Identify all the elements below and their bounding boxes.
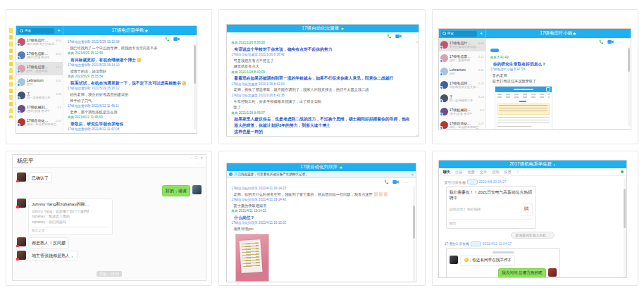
contact-item[interactable]: 17级电信叶… 8:49 前天打电话过来说预… bbox=[439, 38, 485, 51]
cell-3: 搜索 + 17级电信叶小丽 ★ bbox=[432, 9, 638, 144]
favorite-star-icon[interactable]: ★ bbox=[144, 28, 149, 34]
more-menu-icon[interactable]: ··· bbox=[617, 40, 624, 44]
contact-item[interactable]: 17级电信叶… 8:54 是的老师 前天打电话… bbox=[16, 35, 63, 49]
contact-item[interactable]: 王 3-23 第一志愿被退出来 bbox=[16, 89, 63, 102]
cell-6: 2017级机电系学生群 ♪ 聊天公告相册文件活动设置 ˅ 富可行|宋金梅 202… bbox=[432, 151, 638, 286]
avatar[interactable] bbox=[17, 237, 26, 246]
chat-message: 联系试试，有机会沟通更新一下，说不定下次可以进高校教书 bbox=[68, 80, 190, 86]
contact-item[interactable]: 17级电信靳… 8:52 [图片]表情 通话中 bbox=[16, 49, 63, 62]
message-tag bbox=[490, 49, 499, 52]
maximize-button[interactable]: □ bbox=[195, 156, 198, 160]
contact-preview: 前天打电话过来说预… bbox=[450, 45, 484, 49]
enable-link[interactable]: 开启 bbox=[234, 172, 240, 176]
add-button[interactable]: + bbox=[55, 26, 63, 35]
sender-name[interactable]: 17-测控1-宋金梅 bbox=[445, 241, 469, 246]
message-bubble: 都是熟人！没问题 bbox=[28, 237, 69, 248]
chevron-down-icon[interactable]: ˅ bbox=[516, 170, 519, 174]
contact-preview: 第一志愿被退出来 bbox=[27, 96, 61, 99]
message-row: 好的，谢谢 bbox=[17, 185, 202, 196]
mute-icon[interactable]: ♪ bbox=[553, 163, 555, 167]
avatar-badge bbox=[16, 180, 19, 183]
notice-close-icon[interactable]: × bbox=[411, 172, 414, 177]
tabs: 聊天公告相册文件活动设置 bbox=[443, 170, 512, 175]
chat-message: 录取后，研究生学校会发给你 bbox=[68, 121, 190, 127]
chat-message: 典典 2021/1/26 8:40:09 bbox=[231, 70, 411, 75]
scrollbar[interactable] bbox=[413, 187, 415, 282]
emoji-icon bbox=[182, 81, 186, 85]
close-button[interactable]: × bbox=[200, 156, 203, 160]
group-tab[interactable]: 设置 bbox=[504, 170, 512, 175]
group-tab[interactable]: 聊天 bbox=[443, 170, 450, 175]
contact-item[interactable]: Lebranium 3-31 好的 bbox=[439, 65, 485, 78]
scroll-down-arrow[interactable]: ˅ bbox=[416, 134, 418, 137]
contact-preview: 相信一定会有老师愿意 bbox=[27, 123, 61, 126]
wechat-screenshot-image[interactable]: ，你还有同学在找工作不 我去问问 是哪方面的呢 信息安全、网络安全、嵌入式系统都… bbox=[446, 248, 560, 278]
contact-item[interactable]: 17级机械刘… 3-3 [图片]表情 通话中 bbox=[16, 102, 63, 115]
contact-item[interactable]: 17级电信雷… 4-12 好的，谢谢老师 bbox=[439, 51, 485, 65]
video-call-icon[interactable] bbox=[392, 180, 399, 184]
add-button[interactable]: + bbox=[478, 29, 485, 38]
search-input[interactable]: 搜索 bbox=[18, 28, 54, 34]
chat-message: 典典 2021/5/29 15:12:50 bbox=[68, 51, 190, 56]
group-tab[interactable]: 公告 bbox=[455, 170, 462, 175]
scroll-up-arrow[interactable]: ˄ bbox=[416, 41, 418, 44]
contact-item[interactable]: 17级电信阿… 3-24 祝贺顺利毕业送文体… bbox=[439, 78, 485, 92]
contact-item[interactable]: 17级电信雷… 4-12 好的，谢谢老师 bbox=[16, 62, 63, 75]
chat-message: 典典 2021/4/11 19:14:51 bbox=[231, 209, 409, 214]
contact-item[interactable]: Lebranium 3-31 好的 bbox=[16, 75, 63, 89]
contact-item[interactable]: 17级机械刘… 3-3 [图片]表情 通话中 bbox=[439, 105, 485, 118]
minimize-button[interactable]: – bbox=[190, 156, 192, 160]
admission-screenshot-image[interactable]: ✓ bbox=[495, 86, 552, 129]
video-call-icon[interactable] bbox=[395, 34, 402, 39]
chat-area: ··· 17级自动化刘欣萍 2021/4/11 19:14:23 老师，你明天什… bbox=[227, 178, 416, 282]
scrollbar-thumb[interactable] bbox=[194, 45, 196, 84]
more-menu-icon[interactable]: ··· bbox=[402, 180, 409, 184]
sender-name[interactable]: 富可行|宋金梅 bbox=[445, 180, 466, 184]
search-input[interactable]: 搜索 bbox=[441, 31, 477, 37]
avatar bbox=[548, 268, 557, 277]
message-list: 17级自动化刘欣萍 2021/4/11 19:14:23 老师，你明天什么时候有… bbox=[231, 187, 409, 232]
contact-item[interactable]: 王 3-23 第一志愿被退出来 bbox=[439, 92, 485, 105]
scrollbar[interactable] bbox=[194, 44, 196, 130]
chat-record-card[interactable]: Johnny Yang和zqhahay的聊… Johnny Yang：就选哪个部… bbox=[28, 199, 113, 236]
search-icon bbox=[20, 29, 23, 32]
job-post-card[interactable]: 我们需要你！！2021日安电气高薪岗位火热招聘中 说明详情了 热职招聘 聘 网页 bbox=[446, 186, 536, 229]
contact-item[interactable]: 17级自动化… 2-27 相信一定会有老师愿意 bbox=[16, 115, 63, 129]
record-title: Johnny Yang和zqhahay的聊… bbox=[32, 201, 109, 208]
favorite-star-icon[interactable]: ★ bbox=[340, 26, 344, 31]
contact-item[interactable]: 17级自动化… 2-27 相信一定会有老师愿意 bbox=[439, 118, 485, 129]
contact-time: 8:49 bbox=[478, 42, 484, 45]
voice-call-icon[interactable] bbox=[599, 39, 604, 44]
group-tab[interactable]: 文件 bbox=[480, 170, 487, 175]
offer-letter-photo[interactable] bbox=[235, 234, 269, 282]
emoji-icon bbox=[374, 192, 378, 196]
scrollbar-thumb[interactable] bbox=[413, 206, 415, 239]
more-menu-icon[interactable]: ··· bbox=[405, 34, 411, 39]
scrollbar-thumb[interactable] bbox=[628, 48, 630, 72]
info-icon: i bbox=[229, 172, 233, 176]
avatar[interactable] bbox=[17, 251, 26, 260]
status-dot bbox=[440, 126, 443, 129]
contact-time: 3-24 bbox=[478, 82, 484, 85]
record-line: Johnny Yang：就选哪个部门？做PM bbox=[32, 209, 109, 215]
video-call-icon[interactable] bbox=[607, 39, 614, 44]
more-menu-icon[interactable]: ··· bbox=[196, 161, 202, 165]
voice-call-icon[interactable] bbox=[387, 34, 392, 39]
chat-message: 17级自动化沈健康 2021/1/26 8:38:42 bbox=[231, 53, 411, 58]
favorite-star-icon[interactable]: ★ bbox=[572, 31, 576, 37]
contact-preview: [图片]表情 通话中 bbox=[450, 112, 484, 115]
scrollbar-thumb[interactable] bbox=[624, 189, 626, 228]
group-tab[interactable]: 相册 bbox=[467, 170, 474, 175]
avatar[interactable] bbox=[17, 172, 26, 182]
scrollbar[interactable] bbox=[624, 179, 626, 277]
member-badge bbox=[467, 180, 478, 184]
voice-call-icon[interactable] bbox=[384, 180, 389, 184]
avatar bbox=[450, 256, 458, 264]
avatar bbox=[18, 92, 25, 99]
scrollbar[interactable] bbox=[628, 46, 630, 126]
avatar[interactable] bbox=[17, 199, 26, 208]
group-tab[interactable]: 活动 bbox=[492, 170, 499, 175]
favorite-star-icon[interactable]: ★ bbox=[339, 165, 342, 170]
chat-message: 如果家里人建议你去，也是考虑到二战的压力，不过换个思维，硕士期间好好跟着你的导师… bbox=[231, 116, 411, 128]
avatar[interactable] bbox=[192, 185, 202, 194]
